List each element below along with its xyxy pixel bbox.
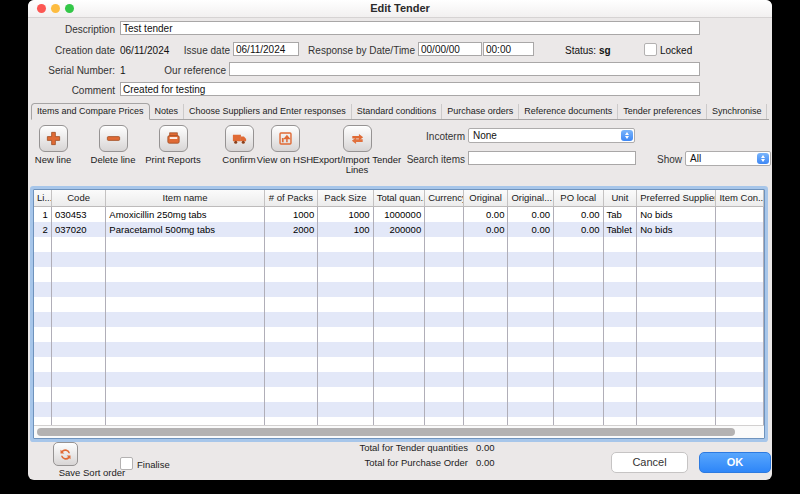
show-select[interactable]: All (685, 151, 771, 166)
cell-original- (508, 342, 554, 357)
cell-pack-size (318, 387, 373, 402)
table-row-empty (34, 252, 764, 267)
table-row-empty (34, 297, 764, 312)
cell-original (464, 402, 509, 417)
cell-li- (34, 342, 52, 357)
tab-tender-preferences[interactable]: Tender preferences (617, 104, 706, 119)
tab-notes[interactable]: Notes (150, 104, 184, 119)
cell-unit (604, 312, 638, 327)
cell-total-quan- (374, 237, 426, 252)
column-header-item-con-[interactable]: Item Con.. (716, 190, 764, 206)
horizontal-scrollbar[interactable] (34, 425, 764, 438)
our-reference-input[interactable] (229, 62, 700, 76)
cell-item-name (106, 372, 264, 387)
cell-code: 030453 (52, 207, 106, 222)
finalise-checkbox[interactable] (120, 457, 133, 470)
description-input[interactable] (120, 21, 700, 35)
creation-date-label: Creation date (28, 44, 115, 57)
tab-synchronise[interactable]: Synchronise (706, 104, 767, 119)
cell-item-name (106, 252, 264, 267)
tab-items-and-compare-prices[interactable]: Items and Compare Prices (31, 103, 150, 120)
cell-item-con- (716, 267, 764, 282)
cell-currency (425, 387, 464, 402)
incoterm-stepper-icon (621, 130, 633, 141)
column-header-original[interactable]: Original (464, 190, 509, 206)
column-header-po-local[interactable]: PO local (554, 190, 604, 206)
cell-currency (425, 402, 464, 417)
cell-item-name (106, 282, 264, 297)
cell-unit (604, 267, 638, 282)
cell-preferred-supplier (637, 372, 716, 387)
column-header-item-name[interactable]: Item name (106, 190, 264, 206)
response-date-input[interactable] (418, 42, 482, 56)
cell-total-quan- (374, 342, 426, 357)
ok-button[interactable]: OK (699, 452, 771, 473)
tab-reference-documents[interactable]: Reference documents (518, 104, 617, 119)
tab-standard-conditions[interactable]: Standard conditions (351, 104, 442, 119)
cell-unit (604, 402, 638, 417)
cell-code (52, 387, 106, 402)
cell-item-name (106, 342, 264, 357)
cell-item-con- (716, 357, 764, 372)
sort-refresh-icon (58, 447, 73, 462)
cell-total-quan- (374, 402, 426, 417)
comment-input[interactable] (120, 82, 700, 96)
cell-original (464, 357, 509, 372)
tender-lines-table: Li...CodeItem name# of PacksPack SizeTot… (33, 189, 765, 439)
table-row[interactable]: 1030453Amoxicillin 250mg tabs10001000100… (34, 207, 764, 222)
cell-po-local (554, 387, 604, 402)
cell-total-quan- (374, 282, 426, 297)
table-row-empty (34, 342, 764, 357)
response-time-input[interactable] (483, 42, 534, 56)
cell-code (52, 282, 106, 297)
table-row[interactable]: 2037020Paracetamol 500mg tabs20001002000… (34, 222, 764, 237)
save-sort-order-button[interactable] (53, 442, 78, 466)
cell-original (464, 237, 509, 252)
issue-date-input[interactable] (233, 42, 299, 56)
cell-total-quan-: 200000 (374, 222, 426, 237)
search-items-input[interactable] (468, 151, 636, 165)
cell--of-packs (265, 342, 318, 357)
our-reference-label: Our reference (148, 64, 226, 77)
cell-preferred-supplier: No bids (637, 222, 716, 237)
cell-preferred-supplier (637, 387, 716, 402)
tab-choose-suppliers-and-enter-responses[interactable]: Choose Suppliers and Enter responses (183, 104, 351, 119)
column-header-unit[interactable]: Unit (604, 190, 638, 206)
cell-original- (508, 252, 554, 267)
cell-po-local (554, 327, 604, 342)
column-header-li-[interactable]: Li... (34, 190, 52, 206)
tab-purchase-orders[interactable]: Purchase orders (441, 104, 518, 119)
cell-original (464, 267, 509, 282)
cell-unit (604, 252, 638, 267)
cell-original: 0.00 (464, 207, 509, 222)
incoterm-select[interactable]: None (468, 128, 635, 143)
zoom-window-icon[interactable] (65, 4, 74, 13)
scrollbar-thumb[interactable] (37, 428, 735, 436)
cell-item-con- (716, 237, 764, 252)
cell-code (52, 342, 106, 357)
cell-item-con- (716, 312, 764, 327)
close-window-icon[interactable] (37, 4, 46, 13)
cell-item-con- (716, 372, 764, 387)
cell-code (52, 327, 106, 342)
cell--of-packs: 2000 (265, 222, 318, 237)
column-header-currency[interactable]: Currency (425, 190, 464, 206)
column-header-original-[interactable]: Original... (508, 190, 554, 206)
cell-item-con- (716, 342, 764, 357)
cell-preferred-supplier (637, 342, 716, 357)
table-row-empty (34, 372, 764, 387)
cell-li- (34, 372, 52, 387)
cell-item-name (106, 297, 264, 312)
cell-original: 0.00 (464, 222, 509, 237)
tab-log[interactable]: Log (766, 104, 772, 119)
column-header-pack-size[interactable]: Pack Size (318, 190, 373, 206)
column-header-preferred-supplier[interactable]: Preferred Supplier (637, 190, 716, 206)
cancel-button[interactable]: Cancel (611, 452, 688, 473)
cell-item-con- (716, 222, 764, 237)
column-header-code[interactable]: Code (52, 190, 106, 206)
column-header-total-quan-[interactable]: Total quan... (374, 190, 426, 206)
column-header--of-packs[interactable]: # of Packs (265, 190, 318, 206)
locked-checkbox[interactable] (644, 43, 657, 56)
table-header: Li...CodeItem name# of PacksPack SizeTot… (34, 190, 764, 207)
minimize-window-icon[interactable] (51, 4, 60, 13)
